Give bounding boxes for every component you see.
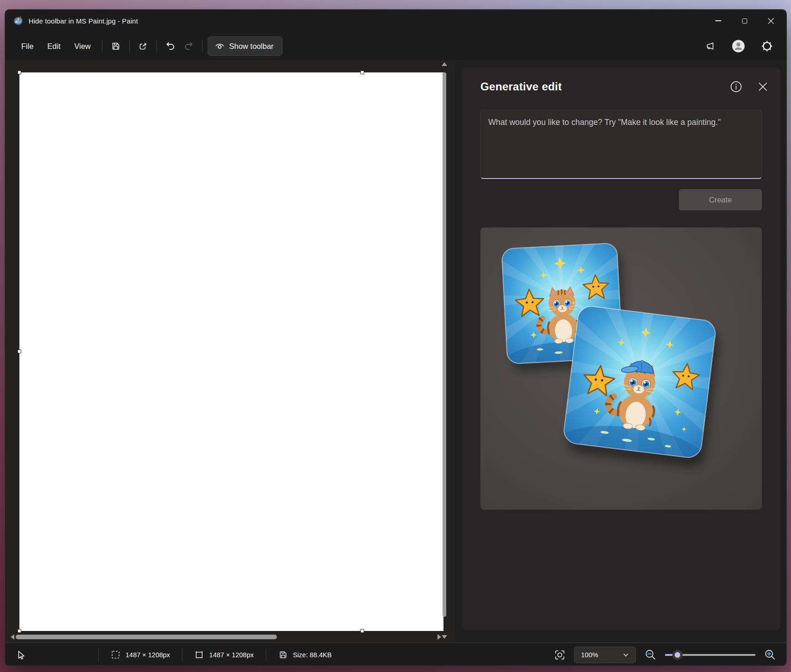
save-button[interactable] [107,37,125,55]
selection-handle-bottom-left[interactable] [18,629,21,633]
menubar: File Edit View [5,32,786,60]
gear-icon [761,40,773,52]
scroll-down-icon[interactable] [442,635,447,639]
close-icon [758,82,768,92]
selection-size-value: 1487 × 1208px [126,651,170,659]
settings-button[interactable] [758,37,776,55]
feedback-button[interactable] [701,37,719,55]
share-icon [138,41,148,51]
megaphone-icon [704,41,715,52]
titlebar: Hide toolbar in MS Paint.jpg - Paint [5,10,786,32]
paint-window: Hide toolbar in MS Paint.jpg - Paint Fil… [5,9,787,666]
selection-handle-middle-left[interactable] [18,350,21,353]
zoom-slider-thumb-dot [675,652,680,658]
scroll-up-icon[interactable] [442,62,447,66]
info-button[interactable] [729,79,743,94]
cursor-icon [15,650,25,660]
canvas-region [5,60,455,642]
menubar-separator [102,40,102,53]
scroll-right-icon[interactable] [437,634,441,640]
zoom-in-button[interactable] [764,648,776,661]
canvas-size-value: 1487 × 1208px [209,651,253,659]
file-size-value: Size: 88.4KB [293,651,332,659]
selection-handle-top-left[interactable] [18,71,21,74]
zoom-level-dropdown[interactable]: 100% [574,647,636,663]
menubar-right-icons [701,37,786,55]
close-button[interactable] [758,10,784,32]
maximize-button[interactable] [731,10,758,32]
horizontal-scrollbar-thumb[interactable] [16,635,277,639]
menubar-separator [202,40,203,53]
undo-button[interactable] [161,37,180,55]
vertical-scrollbar-thumb[interactable] [443,72,446,617]
vertical-scrollbar[interactable] [441,62,448,639]
close-icon [767,18,774,24]
selection-size-icon [111,650,120,660]
redo-icon [183,41,194,52]
menu-edit[interactable]: Edit [41,38,67,55]
share-button[interactable] [134,37,152,55]
eye-icon [215,41,225,51]
account-icon [731,39,745,53]
statusbar: 1487 × 1208px 1487 × 1208px Size: 88.4KB [5,642,786,666]
chevron-down-icon [623,652,629,658]
prompt-input[interactable] [480,110,762,179]
zoom-slider[interactable] [665,647,755,663]
generative-edit-panel: Generative edit Create [462,67,780,630]
paint-app-icon [13,16,24,26]
side-panel-region: Generative edit Create [455,60,786,642]
redo-button[interactable] [180,37,198,55]
drawing-canvas[interactable] [19,72,443,631]
panel-header: Generative edit [462,67,780,94]
horizontal-scrollbar[interactable] [11,633,441,641]
create-row: Create [480,189,762,210]
zoom-out-button[interactable] [644,648,657,661]
canvas-size-icon [194,650,204,660]
zoom-controls: 100% [554,647,776,663]
file-size-group: Size: 88.4KB [266,650,344,660]
panel-close-button[interactable] [755,79,770,94]
selection-size-group: 1487 × 1208px [99,650,182,660]
file-size-icon [278,650,288,660]
canvas-size-group: 1487 × 1208px [182,650,265,660]
zoom-slider-thumb[interactable] [672,650,683,660]
account-button[interactable] [729,37,748,55]
scroll-left-icon[interactable] [11,634,14,640]
menu-view[interactable]: View [67,38,97,55]
info-icon [730,80,743,93]
generated-preview-image[interactable] [480,227,762,510]
selection-handle-top-middle[interactable] [360,71,364,74]
menu-file[interactable]: File [14,38,41,55]
window-title: Hide toolbar in MS Paint.jpg - Paint [29,17,138,25]
minimize-button[interactable] [705,10,731,32]
menubar-separator [129,40,130,53]
save-icon [111,41,121,51]
show-toolbar-button[interactable]: Show toolbar [208,36,282,56]
window-controls [705,10,784,32]
cat-stickers-artwork [480,227,762,510]
minimize-icon [715,20,721,21]
show-toolbar-label: Show toolbar [229,42,274,51]
fit-to-screen-icon[interactable] [554,649,566,661]
zoom-level-value: 100% [581,651,623,659]
panel-title: Generative edit [480,80,729,93]
create-button[interactable]: Create [679,189,762,210]
menubar-separator [156,40,157,53]
undo-icon [165,41,176,52]
selection-handle-bottom-middle[interactable] [360,629,364,633]
maximize-icon [742,18,747,24]
